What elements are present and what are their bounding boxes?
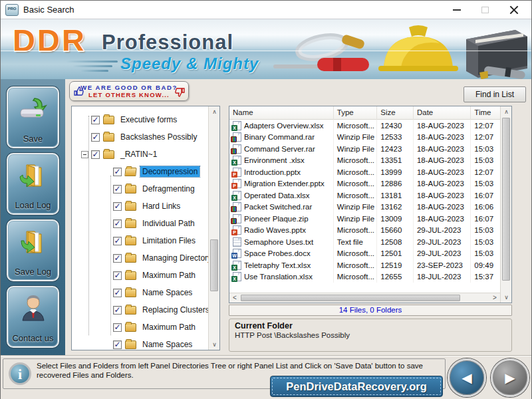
header-banner: DDR Professional Speedy & Mighty (1, 19, 531, 79)
file-row[interactable]: Packet Switched.rar Winzip File 13162 18… (229, 201, 500, 213)
current-folder-title: Current Folder (235, 321, 506, 331)
info-icon: i (9, 362, 31, 385)
tree-item-checkbox[interactable]: ✓ (113, 202, 122, 211)
tree-item[interactable]: ✓ Limitation Files (72, 232, 208, 249)
tree-item-checkbox[interactable]: ✓ (113, 185, 122, 194)
tree-item-checkbox[interactable]: ✓ (113, 254, 122, 263)
tree-item-checkbox[interactable]: ✓ (113, 219, 122, 228)
file-date: 18-AUG-2023 (414, 155, 471, 167)
find-in-list-button[interactable]: Find in List (464, 86, 526, 102)
file-name: Pioneer Plaque.zip (244, 215, 309, 223)
contact-us-button[interactable]: Contact us (7, 286, 59, 348)
column-header-name[interactable]: Name (229, 106, 334, 120)
tree-item[interactable]: ✓ Name Spaces (72, 284, 208, 301)
file-row[interactable]: Binary Command.rar Winzip File 12533 18-… (229, 132, 500, 144)
tree-scrollbar-thumb[interactable] (210, 239, 218, 291)
feedback-line1: WE ARE GOOD OR BAD? (70, 84, 188, 91)
file-time: 15:37 (471, 271, 500, 283)
tree-item-checkbox[interactable]: ✓ (113, 168, 122, 176)
save-drive-icon (17, 93, 49, 125)
file-type: Microsoft... (334, 259, 378, 271)
file-row[interactable]: X Environment .xlsx Microsoft... 13351 1… (229, 155, 500, 167)
list-horizontal-scrollbar[interactable]: < > (229, 293, 500, 303)
tree-item-checkbox[interactable]: ✓ (91, 133, 100, 142)
tree-item-checkbox[interactable]: ✓ (113, 306, 122, 315)
tree-item-label: Maximum Path (140, 322, 198, 332)
tree-item-checkbox[interactable]: ✓ (113, 289, 122, 297)
scroll-down-icon[interactable]: ∨ (209, 339, 220, 350)
tree-item-label: Maximum Path (140, 270, 198, 281)
tree-item[interactable]: ✓ Individual Path (72, 215, 208, 232)
tree-vertical-scrollbar[interactable]: ∧ ∨ (208, 106, 219, 350)
file-row[interactable]: X Use Translation.xlsx Microsoft... 1265… (229, 271, 500, 283)
file-date: 18-AUG-2023 (414, 201, 471, 213)
tree-item-checkbox[interactable]: ✓ (113, 237, 122, 245)
file-type-icon (233, 132, 241, 142)
file-row[interactable]: P Migration Extender.pptx Microsoft... 1… (229, 178, 500, 190)
column-header-time[interactable]: Time (471, 106, 500, 120)
tree-item[interactable]: ✓ Replacing Clusters (72, 301, 208, 319)
tree-item-checkbox[interactable]: ✓ (113, 340, 122, 349)
tree-item-checkbox[interactable]: ✓ (113, 271, 122, 280)
scroll-up-icon[interactable]: ∧ (501, 106, 512, 117)
tree-item[interactable]: ✓ Hard Links (72, 198, 208, 215)
back-button[interactable]: ◀ (448, 358, 486, 397)
feedback-badge[interactable]: WE ARE GOOD OR BAD? LET OTHERS KNOW... (69, 81, 189, 101)
file-type-icon: X (233, 261, 241, 270)
file-time: 15:03 (471, 143, 500, 155)
minimize-button[interactable] (444, 1, 470, 19)
folder-icon (125, 323, 136, 332)
tree-item[interactable]: ✓ Decompression (72, 163, 208, 180)
scroll-down-icon[interactable]: ∨ (501, 292, 512, 303)
file-date: 29-JUL-2023 (414, 225, 471, 237)
tree-item[interactable]: ✓ Defragmenting (72, 180, 208, 198)
tree-item[interactable]: ✓ Maximum Path (72, 319, 208, 336)
file-row[interactable]: X Teletraphy Text.xlsx Microsoft... 1251… (229, 259, 500, 271)
maximize-button[interactable] (471, 1, 498, 19)
tree-item[interactable]: ✓ Maximum Path (72, 267, 208, 284)
file-name: Environment .xlsx (244, 156, 305, 164)
tree-item[interactable]: ✓ Backslashes Possibly (72, 128, 208, 146)
file-row[interactable]: Semaphore Uses.txt Text file 12508 29-JU… (229, 236, 500, 248)
file-row[interactable]: P Introduction.pptx Microsoft... 13999 1… (229, 166, 500, 178)
folder-icon (125, 219, 136, 228)
tree-item-checkbox[interactable]: ✓ (91, 150, 100, 159)
list-scrollbar-thumb-h[interactable] (241, 295, 460, 301)
file-row[interactable]: X Adapters Overview.xlsx Microsoft... 12… (229, 120, 500, 132)
file-type-icon (233, 202, 241, 211)
column-header-date[interactable]: Date (414, 106, 471, 120)
file-size: 12508 (377, 236, 414, 248)
tree-item[interactable]: ✓ Name Spaces (72, 336, 208, 350)
file-row[interactable]: Command Server.rar Winzip File 12423 18-… (229, 143, 500, 155)
file-row[interactable]: Pioneer Plaque.zip Winzip File 13009 18-… (229, 213, 500, 225)
scroll-left-icon[interactable]: < (229, 293, 240, 303)
column-header-size[interactable]: Size (377, 106, 414, 120)
close-button[interactable] (501, 1, 527, 19)
file-size: 12655 (377, 271, 414, 283)
load-log-button[interactable]: Load Log (7, 153, 59, 215)
scroll-right-icon[interactable]: > (489, 293, 500, 303)
forward-button[interactable]: ▶ (491, 358, 529, 397)
speed-lines (66, 61, 118, 74)
tree-item-checkbox[interactable]: ✓ (91, 116, 100, 124)
save-log-button[interactable]: Save Log (7, 219, 59, 281)
column-header-type[interactable]: Type (334, 106, 378, 120)
scroll-up-icon[interactable]: ∧ (209, 106, 220, 117)
file-name: Introduction.pptx (244, 168, 301, 176)
list-vertical-scrollbar[interactable]: ∧ ∨ (500, 106, 511, 303)
list-scrollbar-thumb[interactable] (502, 118, 510, 281)
tree-item[interactable]: ✓ Managing Directory (72, 249, 208, 267)
tree-item[interactable]: ✓ Executive forms (72, 111, 208, 128)
file-row[interactable]: W Space Probes.docx Microsoft... 12501 2… (229, 248, 500, 260)
tree-expander-icon[interactable] (81, 151, 88, 158)
file-row[interactable]: P Radio Waves.pptx Microsoft... 15660 29… (229, 225, 500, 237)
tools-illustration (272, 19, 531, 79)
file-row[interactable]: X Operated Data.xlsx Microsoft... 13181 … (229, 190, 500, 201)
website-button[interactable]: PenDriveDataRecovery.org (270, 376, 443, 397)
folder-icon (103, 116, 114, 124)
directory-tree: ✓ Executive forms ✓ Backslashes Possibly… (72, 106, 208, 350)
save-button[interactable]: Save (7, 86, 59, 148)
contact-us-button-label: Contact us (8, 333, 58, 343)
tree-item-checkbox[interactable]: ✓ (113, 323, 122, 332)
tree-item[interactable]: ✓ _RATIN~1 (72, 146, 208, 163)
